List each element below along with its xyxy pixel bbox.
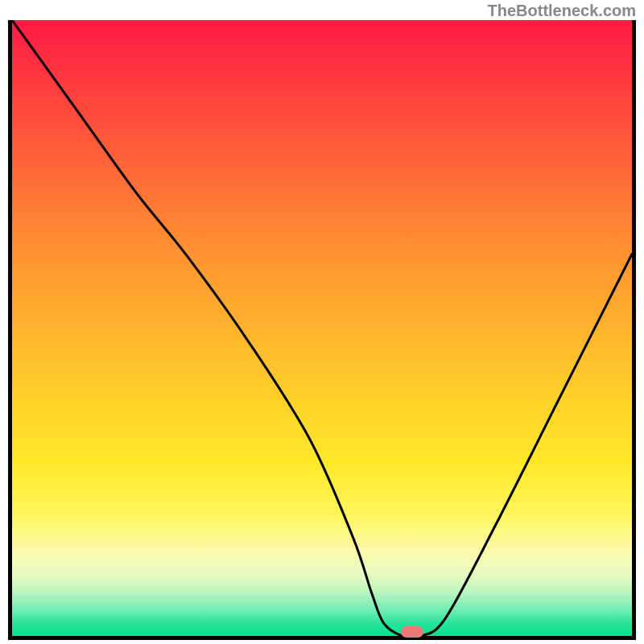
bottleneck-curve	[12, 20, 632, 636]
chart-frame	[8, 20, 636, 640]
optimal-marker	[401, 626, 423, 638]
curve-path	[12, 20, 632, 636]
watermark-text: TheBottleneck.com	[488, 2, 636, 20]
